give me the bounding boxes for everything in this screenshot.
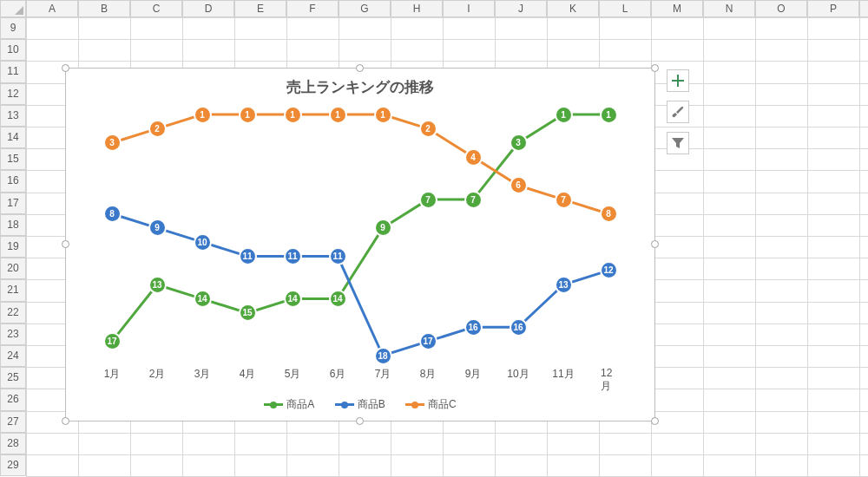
legend-item-c[interactable]: 商品C	[405, 397, 457, 412]
series-line-商品C[interactable]	[112, 114, 608, 213]
col-header-L[interactable]: L	[599, 0, 651, 17]
data-marker[interactable]: 16	[464, 318, 483, 337]
row-header-26[interactable]: 26	[0, 389, 26, 410]
col-header-K[interactable]: K	[547, 0, 599, 17]
data-marker[interactable]: 14	[329, 290, 347, 308]
data-marker[interactable]: 14	[284, 290, 302, 308]
data-marker[interactable]: 17	[419, 332, 437, 350]
row-header-22[interactable]: 22	[0, 302, 26, 323]
row-header-9[interactable]: 9	[0, 17, 26, 39]
data-marker[interactable]: 4	[464, 148, 483, 167]
data-marker[interactable]: 7	[419, 191, 437, 209]
x-tick-label: 3月	[194, 367, 211, 382]
col-header-N[interactable]: N	[703, 0, 755, 17]
data-marker[interactable]: 8	[103, 205, 122, 223]
resize-handle-nw[interactable]	[62, 64, 69, 72]
col-header-D[interactable]: D	[182, 0, 234, 17]
series-line-商品B[interactable]	[112, 213, 608, 356]
row-header-27[interactable]: 27	[0, 411, 26, 433]
col-header-C[interactable]: C	[130, 0, 182, 17]
data-marker[interactable]: 6	[510, 176, 528, 194]
data-marker[interactable]: 12	[600, 261, 618, 279]
plot-area[interactable]: 1713141514149773118910111111181716161312…	[96, 110, 624, 360]
data-marker[interactable]: 1	[329, 106, 347, 124]
row-header-24[interactable]: 24	[0, 345, 26, 367]
data-marker[interactable]: 1	[600, 106, 618, 124]
worksheet[interactable]: ABCDEFGHIJKLMNOPQ 9101112131415161718192…	[0, 0, 868, 477]
row-header-20[interactable]: 20	[0, 258, 26, 279]
data-marker[interactable]: 7	[464, 191, 483, 209]
row-header-10[interactable]: 10	[0, 39, 26, 61]
row-header-13[interactable]: 13	[0, 105, 26, 127]
legend-item-a[interactable]: 商品A	[264, 397, 314, 412]
col-header-J[interactable]: J	[495, 0, 547, 17]
col-header-F[interactable]: F	[286, 0, 339, 17]
data-marker[interactable]: 9	[374, 219, 392, 237]
data-marker[interactable]: 13	[148, 276, 167, 294]
select-all-corner[interactable]	[0, 0, 26, 17]
legend-label-a: 商品A	[286, 398, 314, 410]
data-marker[interactable]: 2	[419, 120, 437, 138]
col-header-A[interactable]: A	[26, 0, 78, 17]
legend-item-b[interactable]: 商品B	[335, 397, 385, 412]
row-header-21[interactable]: 21	[0, 279, 26, 301]
chart-object[interactable]: 売上ランキングの推移 17131415141497731189101111111…	[65, 68, 655, 421]
col-header-G[interactable]: G	[339, 0, 391, 17]
data-marker[interactable]: 3	[510, 134, 528, 152]
data-marker[interactable]: 14	[194, 290, 212, 308]
data-marker[interactable]: 13	[555, 276, 573, 294]
chart-styles-button[interactable]	[667, 101, 689, 123]
col-header-P[interactable]: P	[807, 0, 859, 17]
resize-handle-ne[interactable]	[651, 64, 659, 72]
col-header-E[interactable]: E	[234, 0, 286, 17]
col-header-Q[interactable]: Q	[859, 0, 868, 17]
data-marker[interactable]: 1	[239, 106, 257, 124]
data-marker[interactable]: 15	[239, 304, 257, 322]
chart-filters-button[interactable]	[667, 132, 689, 154]
data-marker[interactable]: 10	[194, 233, 212, 252]
data-marker[interactable]: 1	[374, 106, 392, 124]
row-header-18[interactable]: 18	[0, 214, 26, 236]
row-header-12[interactable]: 12	[0, 83, 26, 105]
row-header-29[interactable]: 29	[0, 454, 26, 476]
legend-label-c: 商品C	[428, 398, 457, 410]
row-header-23[interactable]: 23	[0, 323, 26, 345]
chart-title[interactable]: 売上ランキングの推移	[66, 69, 654, 97]
data-marker[interactable]: 3	[103, 134, 122, 152]
col-header-M[interactable]: M	[651, 0, 703, 17]
row-header-28[interactable]: 28	[0, 433, 26, 454]
data-marker[interactable]: 1	[284, 106, 302, 124]
data-marker[interactable]: 2	[148, 120, 167, 138]
row-header-19[interactable]: 19	[0, 236, 26, 258]
col-header-B[interactable]: B	[78, 0, 130, 17]
col-header-O[interactable]: O	[755, 0, 807, 17]
row-header-17[interactable]: 17	[0, 193, 26, 214]
row-header-16[interactable]: 16	[0, 170, 26, 192]
resize-handle-s[interactable]	[356, 417, 364, 425]
col-header-I[interactable]: I	[443, 0, 495, 17]
data-marker[interactable]: 16	[510, 318, 528, 337]
data-marker[interactable]: 11	[239, 247, 257, 265]
data-marker[interactable]: 1	[194, 106, 212, 124]
data-marker[interactable]: 11	[329, 247, 347, 265]
row-header-14[interactable]: 14	[0, 127, 26, 148]
data-marker[interactable]: 1	[555, 106, 573, 124]
resize-handle-e[interactable]	[651, 240, 659, 248]
data-marker[interactable]: 11	[284, 247, 302, 265]
data-marker[interactable]: 8	[600, 205, 618, 223]
data-marker[interactable]: 7	[555, 191, 573, 209]
legend[interactable]: 商品A 商品B 商品C	[66, 397, 654, 412]
resize-handle-sw[interactable]	[62, 417, 69, 425]
resize-handle-se[interactable]	[651, 417, 659, 425]
col-header-H[interactable]: H	[391, 0, 443, 17]
resize-handle-w[interactable]	[62, 240, 69, 248]
data-marker[interactable]: 17	[103, 332, 122, 350]
data-marker[interactable]: 18	[374, 347, 392, 365]
plus-icon	[672, 75, 684, 87]
row-header-11[interactable]: 11	[0, 61, 26, 82]
row-header-25[interactable]: 25	[0, 367, 26, 389]
data-marker[interactable]: 9	[148, 219, 167, 237]
chart-elements-button[interactable]	[667, 69, 689, 92]
row-header-15[interactable]: 15	[0, 148, 26, 170]
resize-handle-n[interactable]	[356, 64, 364, 72]
